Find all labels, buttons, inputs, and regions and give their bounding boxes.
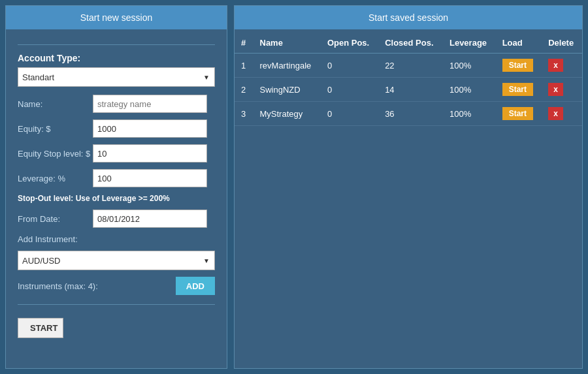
saved-session-header: Start saved session <box>235 6 582 29</box>
left-panel: Start new session Account Type: Standart… <box>5 5 227 369</box>
leverage-group: Leverage: % <box>18 169 215 187</box>
equity-group: Equity: $ <box>18 119 215 138</box>
cell-num: 2 <box>235 78 253 102</box>
instrument-select[interactable]: AUD/USD EUR/USD GBP/USD USD/JPY <box>18 251 215 270</box>
account-type-select-wrapper: Standart ECN STP <box>18 67 215 87</box>
cell-open-pos: 0 <box>321 102 378 126</box>
add-button[interactable]: ADD <box>176 277 215 295</box>
delete-button[interactable]: x <box>548 59 563 72</box>
col-leverage: Leverage <box>443 33 496 54</box>
delete-button[interactable]: x <box>548 107 563 120</box>
col-delete: Delete <box>542 33 582 54</box>
load-button[interactable]: Start <box>502 107 533 120</box>
add-instrument-group: Add Instrument: <box>18 234 215 244</box>
table-row: 1 revMartingale 0 22 100% Start x <box>235 54 582 78</box>
equity-stop-group: Equity Stop level: $ <box>18 144 215 163</box>
equity-label: Equity: $ <box>18 124 93 134</box>
account-type-label: Account Type: <box>18 53 215 63</box>
col-closed-pos: Closed Pos. <box>378 33 443 54</box>
cell-load: Start <box>496 102 542 126</box>
stop-out-value: Use of Leverage >= 200% <box>76 194 170 203</box>
bottom-divider <box>18 304 215 305</box>
name-group: Name: <box>18 95 215 113</box>
cell-leverage: 100% <box>443 102 496 126</box>
account-type-select[interactable]: Standart ECN STP <box>18 67 215 87</box>
delete-button[interactable]: x <box>548 83 563 96</box>
cell-num: 3 <box>235 102 253 126</box>
cell-delete: x <box>542 54 582 78</box>
load-button[interactable]: Start <box>502 83 533 96</box>
cell-load: Start <box>496 54 542 78</box>
equity-stop-label: Equity Stop level: $ <box>18 149 93 159</box>
col-name: Name <box>253 33 321 54</box>
cell-name: revMartingale <box>253 54 321 78</box>
stop-out-prefix: Stop-Out level: <box>18 194 73 203</box>
top-divider <box>18 44 215 45</box>
add-instrument-label: Add Instrument: <box>18 234 93 244</box>
cell-leverage: 100% <box>443 78 496 102</box>
equity-input[interactable] <box>93 119 207 138</box>
from-date-label: From Date: <box>18 214 93 224</box>
col-open-pos: Open Pos. <box>321 33 378 54</box>
instruments-max-label: Instruments (max: 4): <box>18 281 98 291</box>
col-num: # <box>235 33 253 54</box>
instruments-row: Instruments (max: 4): ADD <box>18 277 215 295</box>
cell-closed-pos: 14 <box>378 78 443 102</box>
stop-out-text: Stop-Out level: Use of Leverage >= 200% <box>18 194 215 203</box>
from-date-input[interactable] <box>93 210 207 228</box>
col-load: Load <box>496 33 542 54</box>
saved-sessions-table: # Name Open Pos. Closed Pos. Leverage Lo… <box>235 33 582 126</box>
right-panel: Start saved session # Name Open Pos. Clo… <box>234 5 583 369</box>
name-input[interactable] <box>93 95 207 113</box>
cell-open-pos: 0 <box>321 78 378 102</box>
cell-delete: x <box>542 102 582 126</box>
equity-stop-input[interactable] <box>93 144 207 163</box>
cell-name: SwingNZD <box>253 78 321 102</box>
cell-name: MyStrategy <box>253 102 321 126</box>
instrument-select-wrapper: AUD/USD EUR/USD GBP/USD USD/JPY <box>18 251 215 270</box>
cell-delete: x <box>542 78 582 102</box>
name-label: Name: <box>18 99 93 109</box>
cell-closed-pos: 22 <box>378 54 443 78</box>
table-row: 3 MyStrategy 0 36 100% Start x <box>235 102 582 126</box>
leverage-input[interactable] <box>93 169 207 187</box>
cell-leverage: 100% <box>443 54 496 78</box>
new-session-header: Start new session <box>6 6 227 29</box>
table-row: 2 SwingNZD 0 14 100% Start x <box>235 78 582 102</box>
start-button[interactable]: START <box>18 318 63 338</box>
cell-closed-pos: 36 <box>378 102 443 126</box>
table-header-row: # Name Open Pos. Closed Pos. Leverage Lo… <box>235 33 582 54</box>
cell-open-pos: 0 <box>321 54 378 78</box>
load-button[interactable]: Start <box>502 59 533 72</box>
cell-load: Start <box>496 78 542 102</box>
cell-num: 1 <box>235 54 253 78</box>
leverage-label: Leverage: % <box>18 174 93 183</box>
from-date-group: From Date: <box>18 210 215 228</box>
